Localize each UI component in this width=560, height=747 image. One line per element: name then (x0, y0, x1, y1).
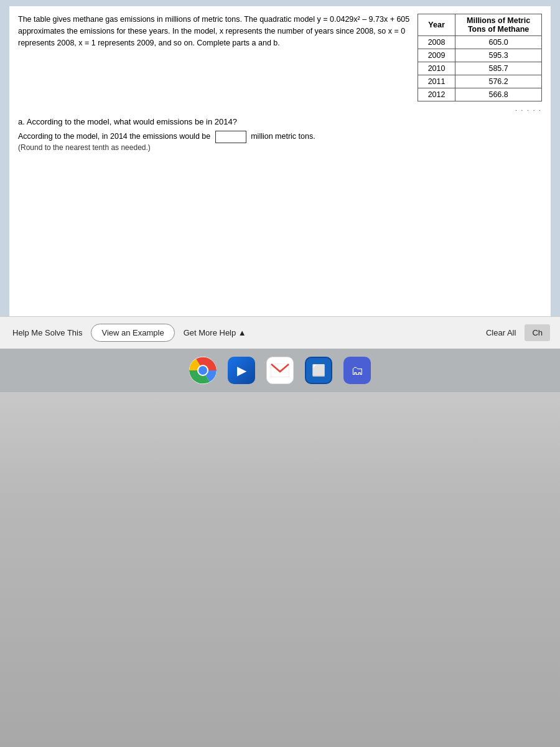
more-help-button[interactable]: Get More Help ▲ (181, 324, 249, 341)
laptop-body: → ↺ □ ▯II ☀ ☀ 🔇 🔉 🔊 (0, 392, 560, 747)
table-row: 2011576.2 (418, 75, 542, 88)
toolbar: Help Me Solve This View an Example Get M… (0, 316, 560, 349)
table-cell-value: 605.0 (455, 36, 542, 49)
problem-description: The table gives methane gas emissions in… (18, 15, 409, 47)
dock-chrome-icon[interactable] (189, 357, 217, 384)
table-cell-year: 2012 (418, 88, 455, 101)
help-solve-button[interactable]: Help Me Solve This (10, 324, 85, 341)
table-cell-value: 566.8 (455, 88, 542, 101)
dock-gmail-icon[interactable] (266, 357, 294, 384)
table-cell-value: 585.7 (455, 62, 542, 75)
answer-prefix: According to the model, in 2014 the emis… (18, 132, 210, 141)
dock-play-icon[interactable]: ▶ (228, 357, 255, 384)
table-row: 2012566.8 (418, 88, 542, 101)
table-cell-value: 576.2 (455, 75, 542, 88)
table-row: 2010585.7 (418, 62, 542, 75)
view-example-button[interactable]: View an Example (91, 324, 174, 342)
top-section: The table gives methane gas emissions in… (18, 14, 542, 101)
question-section: a. According to the model, what would em… (18, 117, 542, 152)
dock-folder-icon[interactable]: 🗂 (343, 357, 371, 384)
data-table: Year Millions of Metric Tons of Methane … (418, 14, 542, 101)
col2-header-line2: Tons of Methane (468, 25, 529, 34)
svg-point-2 (198, 366, 207, 375)
table-row: 2008605.0 (418, 36, 542, 49)
divider-dots: . . . . . (18, 105, 542, 112)
table-row: 2009595.3 (418, 49, 542, 62)
table-cell-year: 2010 (418, 62, 455, 75)
table-cell-year: 2008 (418, 36, 455, 49)
table-cell-year: 2009 (418, 49, 455, 62)
clear-all-button[interactable]: Clear All (483, 324, 518, 341)
col2-header: Millions of Metric Tons of Methane (455, 14, 542, 36)
col2-header-line1: Millions of Metric (467, 16, 530, 25)
question-a-label: a. According to the model, what would em… (18, 117, 542, 126)
answer-line: According to the model, in 2014 the emis… (18, 130, 542, 143)
round-note: (Round to the nearest tenth as needed.) (18, 143, 542, 152)
screen: The table gives methane gas emissions in… (0, 0, 560, 349)
content-box: The table gives methane gas emissions in… (9, 6, 551, 316)
col1-header: Year (418, 14, 455, 36)
answer-input[interactable] (215, 131, 246, 143)
table-cell-value: 595.3 (455, 49, 542, 62)
answer-suffix: million metric tons. (251, 132, 315, 141)
table-cell-year: 2011 (418, 75, 455, 88)
check-button[interactable]: Ch (525, 324, 550, 341)
dock-blue-square-icon[interactable]: ⬜ (305, 357, 332, 384)
dock: ▶ ⬜ 🗂 (0, 349, 560, 392)
problem-text: The table gives methane gas emissions in… (18, 14, 418, 101)
